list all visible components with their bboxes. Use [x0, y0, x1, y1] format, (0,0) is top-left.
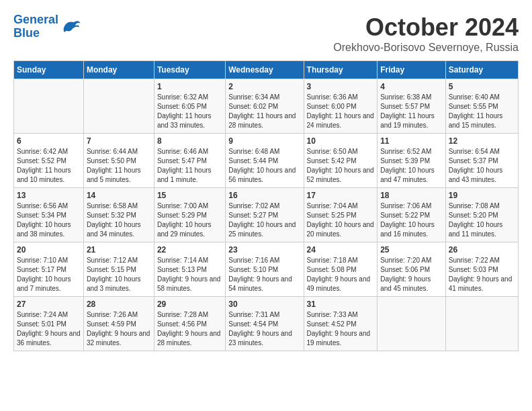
day-info: Sunrise: 6:58 AMSunset: 5:32 PMDaylight:… — [87, 201, 151, 239]
day-number: 12 — [449, 136, 515, 146]
calendar-cell: 6Sunrise: 6:42 AMSunset: 5:52 PMDaylight… — [14, 134, 84, 188]
calendar-cell: 23Sunrise: 7:16 AMSunset: 5:10 PMDayligh… — [226, 242, 304, 297]
day-info: Sunrise: 6:38 AMSunset: 5:57 PMDaylight:… — [380, 93, 443, 130]
header-friday: Friday — [378, 61, 446, 79]
day-info: Sunrise: 7:33 AMSunset: 4:52 PMDaylight:… — [307, 310, 375, 348]
day-info: Sunrise: 7:26 AMSunset: 4:59 PMDaylight:… — [87, 310, 151, 348]
calendar-cell: 1Sunrise: 6:32 AMSunset: 6:05 PMDaylight… — [154, 79, 225, 134]
day-info: Sunrise: 7:16 AMSunset: 5:10 PMDaylight:… — [228, 256, 300, 293]
week-row-1: 1Sunrise: 6:32 AMSunset: 6:05 PMDaylight… — [14, 79, 519, 134]
month-title: October 2024 — [333, 13, 519, 42]
day-info: Sunrise: 7:10 AMSunset: 5:17 PMDaylight:… — [17, 256, 81, 293]
calendar-cell — [14, 79, 84, 134]
calendar-cell: 22Sunrise: 7:14 AMSunset: 5:13 PMDayligh… — [154, 242, 225, 297]
day-number: 24 — [307, 245, 375, 255]
header-sunday: Sunday — [14, 61, 84, 79]
day-number: 19 — [449, 191, 515, 200]
calendar-table: SundayMondayTuesdayWednesdayThursdayFrid… — [13, 60, 519, 351]
calendar-cell: 5Sunrise: 6:40 AMSunset: 5:55 PMDaylight… — [445, 79, 518, 134]
day-number: 2 — [228, 82, 300, 91]
day-info: Sunrise: 6:40 AMSunset: 5:55 PMDaylight:… — [449, 93, 515, 130]
day-info: Sunrise: 6:54 AMSunset: 5:37 PMDaylight:… — [449, 147, 515, 185]
calendar-cell: 24Sunrise: 7:18 AMSunset: 5:08 PMDayligh… — [304, 242, 378, 297]
day-info: Sunrise: 7:22 AMSunset: 5:03 PMDaylight:… — [449, 256, 515, 293]
calendar-cell: 2Sunrise: 6:34 AMSunset: 6:02 PMDaylight… — [226, 79, 304, 134]
calendar-cell: 17Sunrise: 7:04 AMSunset: 5:25 PMDayligh… — [304, 188, 378, 242]
logo-blue: Blue — [13, 26, 40, 40]
header-tuesday: Tuesday — [154, 61, 225, 79]
day-info: Sunrise: 6:48 AMSunset: 5:44 PMDaylight:… — [228, 147, 300, 185]
day-number: 17 — [307, 191, 375, 200]
day-info: Sunrise: 6:42 AMSunset: 5:52 PMDaylight:… — [17, 147, 81, 185]
day-number: 15 — [157, 191, 222, 200]
day-info: Sunrise: 7:20 AMSunset: 5:06 PMDaylight:… — [380, 256, 443, 293]
calendar-cell: 8Sunrise: 6:46 AMSunset: 5:47 PMDaylight… — [154, 134, 225, 188]
day-info: Sunrise: 6:34 AMSunset: 6:02 PMDaylight:… — [228, 93, 300, 130]
day-info: Sunrise: 6:36 AMSunset: 6:00 PMDaylight:… — [307, 93, 375, 130]
day-info: Sunrise: 7:00 AMSunset: 5:29 PMDaylight:… — [157, 201, 222, 239]
day-info: Sunrise: 7:12 AMSunset: 5:15 PMDaylight:… — [87, 256, 151, 293]
day-number: 21 — [87, 245, 151, 255]
day-info: Sunrise: 6:44 AMSunset: 5:50 PMDaylight:… — [87, 147, 151, 185]
day-number: 18 — [380, 191, 443, 200]
calendar-cell: 7Sunrise: 6:44 AMSunset: 5:50 PMDaylight… — [83, 134, 154, 188]
calendar-cell: 30Sunrise: 7:31 AMSunset: 4:54 PMDayligh… — [226, 297, 304, 351]
calendar-body: 1Sunrise: 6:32 AMSunset: 6:05 PMDaylight… — [14, 79, 519, 351]
day-number: 22 — [157, 245, 222, 255]
calendar-cell: 25Sunrise: 7:20 AMSunset: 5:06 PMDayligh… — [378, 242, 446, 297]
calendar-cell: 19Sunrise: 7:08 AMSunset: 5:20 PMDayligh… — [445, 188, 518, 242]
calendar-cell: 31Sunrise: 7:33 AMSunset: 4:52 PMDayligh… — [304, 297, 378, 351]
calendar-cell: 12Sunrise: 6:54 AMSunset: 5:37 PMDayligh… — [445, 134, 518, 188]
day-info: Sunrise: 6:46 AMSunset: 5:47 PMDaylight:… — [157, 147, 222, 185]
day-info: Sunrise: 6:50 AMSunset: 5:42 PMDaylight:… — [307, 147, 375, 185]
day-number: 14 — [87, 191, 151, 200]
day-number: 9 — [228, 136, 300, 146]
calendar-cell: 15Sunrise: 7:00 AMSunset: 5:29 PMDayligh… — [154, 188, 225, 242]
day-number: 28 — [87, 300, 151, 309]
header-monday: Monday — [83, 61, 154, 79]
day-number: 7 — [87, 136, 151, 146]
calendar-cell: 29Sunrise: 7:28 AMSunset: 4:56 PMDayligh… — [154, 297, 225, 351]
day-number: 13 — [17, 191, 81, 200]
header-saturday: Saturday — [445, 61, 518, 79]
calendar-cell: 13Sunrise: 6:56 AMSunset: 5:34 PMDayligh… — [14, 188, 84, 242]
calendar-cell: 14Sunrise: 6:58 AMSunset: 5:32 PMDayligh… — [83, 188, 154, 242]
calendar-cell: 4Sunrise: 6:38 AMSunset: 5:57 PMDaylight… — [378, 79, 446, 134]
day-info: Sunrise: 7:28 AMSunset: 4:56 PMDaylight:… — [157, 310, 222, 348]
header-row: SundayMondayTuesdayWednesdayThursdayFrid… — [14, 61, 519, 79]
day-info: Sunrise: 6:56 AMSunset: 5:34 PMDaylight:… — [17, 201, 81, 239]
title-block: October 2024 Orekhovo-Borisovo Severnoye… — [333, 13, 519, 54]
day-number: 31 — [307, 300, 375, 309]
day-number: 4 — [380, 82, 443, 91]
location-title: Orekhovo-Borisovo Severnoye, Russia — [333, 42, 519, 54]
logo-bird-icon — [61, 17, 81, 37]
day-info: Sunrise: 7:31 AMSunset: 4:54 PMDaylight:… — [228, 310, 300, 348]
day-number: 26 — [449, 245, 515, 255]
day-info: Sunrise: 6:32 AMSunset: 6:05 PMDaylight:… — [157, 93, 222, 130]
day-number: 11 — [380, 136, 443, 146]
calendar-header: SundayMondayTuesdayWednesdayThursdayFrid… — [14, 61, 519, 79]
calendar-cell: 10Sunrise: 6:50 AMSunset: 5:42 PMDayligh… — [304, 134, 378, 188]
calendar-cell: 9Sunrise: 6:48 AMSunset: 5:44 PMDaylight… — [226, 134, 304, 188]
calendar-cell: 18Sunrise: 7:06 AMSunset: 5:22 PMDayligh… — [378, 188, 446, 242]
calendar-cell — [445, 297, 518, 351]
day-info: Sunrise: 7:04 AMSunset: 5:25 PMDaylight:… — [307, 201, 375, 239]
day-number: 5 — [449, 82, 515, 91]
logo-text: General Blue — [13, 13, 58, 40]
calendar-cell: 16Sunrise: 7:02 AMSunset: 5:27 PMDayligh… — [226, 188, 304, 242]
calendar-cell: 21Sunrise: 7:12 AMSunset: 5:15 PMDayligh… — [83, 242, 154, 297]
header-wednesday: Wednesday — [226, 61, 304, 79]
day-info: Sunrise: 7:06 AMSunset: 5:22 PMDaylight:… — [380, 201, 443, 239]
week-row-3: 13Sunrise: 6:56 AMSunset: 5:34 PMDayligh… — [14, 188, 519, 242]
day-number: 8 — [157, 136, 222, 146]
calendar-cell: 11Sunrise: 6:52 AMSunset: 5:39 PMDayligh… — [378, 134, 446, 188]
day-number: 6 — [17, 136, 81, 146]
week-row-2: 6Sunrise: 6:42 AMSunset: 5:52 PMDaylight… — [14, 134, 519, 188]
day-number: 1 — [157, 82, 222, 91]
day-number: 3 — [307, 82, 375, 91]
calendar-cell: 26Sunrise: 7:22 AMSunset: 5:03 PMDayligh… — [445, 242, 518, 297]
header-thursday: Thursday — [304, 61, 378, 79]
day-number: 20 — [17, 245, 81, 255]
calendar-cell — [83, 79, 154, 134]
calendar-cell — [378, 297, 446, 351]
